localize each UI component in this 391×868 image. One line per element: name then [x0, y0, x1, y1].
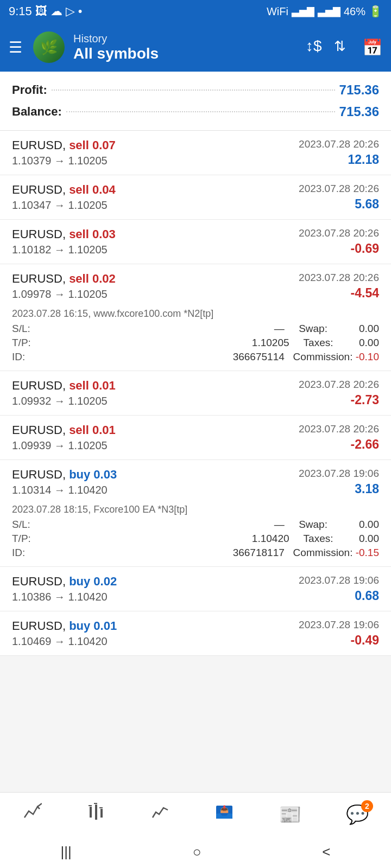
menu-icon[interactable]: ☰ — [9, 39, 22, 56]
nav-analytics[interactable] — [144, 798, 176, 831]
trade-profit-t7: 3.18 — [299, 482, 379, 496]
trade-profit-t1: 12.18 — [299, 152, 379, 167]
tp-value: 1.10420 Taxes: 0.00 — [195, 533, 379, 545]
trade-main-t1: EURUSD, sell 0.07 1.10379 → 1.10205 2023… — [12, 138, 379, 167]
svg-rect-3 — [95, 805, 97, 820]
trade-main-t6: EURUSD, sell 0.01 1.09939 → 1.10205 2023… — [12, 423, 379, 452]
svg-text:📥: 📥 — [220, 805, 229, 814]
trade-main-t5: EURUSD, sell 0.01 1.09932 → 1.10205 2023… — [12, 379, 379, 407]
analytics-icon — [150, 802, 170, 826]
svg-text:↕$: ↕$ — [306, 37, 322, 54]
trade-detail-grid-t4: S/L: — Swap: 0.00 T/P: 1.10205 Taxes: 0.… — [12, 323, 379, 363]
summary-section: Profit: 715.36 Balance: 715.36 — [0, 72, 391, 131]
profit-value: 715.36 — [339, 82, 379, 98]
trade-profit-t2: 5.68 — [299, 197, 379, 212]
id-value: 366718117 Commission: -0.15 — [195, 547, 379, 559]
header-actions: ↕$ ⇅ 📅 — [306, 37, 382, 58]
trade-date-t4: 2023.07.28 20:26 — [299, 272, 379, 284]
trade-symbol-t2: EURUSD, sell 0.04 — [12, 183, 116, 197]
trade-item-t5[interactable]: EURUSD, sell 0.01 1.09932 → 1.10205 2023… — [0, 371, 391, 416]
sl-value: — Swap: 0.00 — [195, 323, 379, 335]
back-button[interactable]: < — [322, 844, 330, 860]
trade-item-t3[interactable]: EURUSD, sell 0.03 1.10182 → 1.10205 2023… — [0, 220, 391, 264]
trade-item-t4[interactable]: EURUSD, sell 0.02 1.09978 → 1.10205 2023… — [0, 264, 391, 371]
balance-value: 715.36 — [339, 104, 379, 119]
trade-date-t6: 2023.07.28 20:26 — [299, 423, 379, 435]
trade-price-t9: 1.10469 → 1.10420 — [12, 635, 117, 648]
trade-profit-t6: -2.66 — [299, 437, 379, 452]
trade-action-t4: sell 0.02 — [69, 272, 116, 285]
signal2-icon: ▃▅▇ — [318, 5, 340, 17]
nav-chart[interactable] — [16, 798, 48, 831]
sort-icon[interactable]: ⇅ — [334, 37, 351, 58]
inbox-icon: 📥 — [215, 802, 234, 826]
nav-inbox[interactable]: 📥 — [208, 798, 241, 831]
status-indicators: WiFi ▃▅▇ ▃▅▇ 46% 🔋 — [267, 5, 382, 18]
balance-dots — [66, 111, 335, 112]
play-icon: ▷ — [66, 4, 75, 18]
profit-label: Profit: — [12, 83, 47, 97]
profit-dots — [52, 90, 335, 91]
svg-text:⇅: ⇅ — [334, 38, 346, 54]
trade-profit-t3: -0.69 — [299, 241, 379, 256]
avatar-emoji: 🌿 — [40, 39, 58, 56]
svg-rect-4 — [100, 809, 103, 818]
trade-profit-t9: -0.49 — [299, 633, 379, 648]
trade-date-t2: 2023.07.28 20:26 — [299, 183, 379, 195]
cloud-icon: ☁ — [51, 4, 62, 18]
svg-rect-2 — [90, 807, 92, 818]
id-value: 366675114 Commission: -0.10 — [195, 351, 379, 363]
chart-icon — [22, 802, 42, 826]
nav-chat[interactable]: 💬 2 — [339, 799, 375, 829]
nav-trading[interactable] — [80, 798, 112, 831]
trade-details-t4: 2023.07.28 16:15, www.fxcore100.com *N2[… — [12, 305, 379, 363]
id-label: ID: — [12, 351, 195, 363]
wifi-icon: WiFi — [267, 5, 288, 18]
trade-date-t7: 2023.07.28 19:06 — [299, 468, 379, 480]
trade-date-t9: 2023.07.28 19:06 — [299, 619, 379, 631]
trade-price-t2: 1.10347 → 1.10205 — [12, 199, 116, 212]
trade-symbol-t6: EURUSD, sell 0.01 — [12, 423, 116, 437]
trade-item-t1[interactable]: EURUSD, sell 0.07 1.10379 → 1.10205 2023… — [0, 131, 391, 175]
status-time: 9:15 🖼 ☁ ▷ • — [9, 4, 83, 18]
tp-label: T/P: — [12, 533, 195, 545]
trade-item-t9[interactable]: EURUSD, buy 0.01 1.10469 → 1.10420 2023.… — [0, 611, 391, 656]
trade-profit-t5: -2.73 — [299, 393, 379, 407]
trade-date-t1: 2023.07.28 20:26 — [299, 138, 379, 150]
trade-symbol-t8: EURUSD, buy 0.02 — [12, 575, 117, 589]
trade-price-t7: 1.10314 → 1.10420 — [12, 484, 117, 496]
trade-details-t7: 2023.07.28 18:15, Fxcore100 EA *N3[tp] S… — [12, 501, 379, 559]
trade-main-t7: EURUSD, buy 0.03 1.10314 → 1.10420 2023.… — [12, 468, 379, 496]
trade-detail-grid-t7: S/L: — Swap: 0.00 T/P: 1.10420 Taxes: 0.… — [12, 519, 379, 559]
header-title-block: History All symbols — [73, 33, 297, 62]
trade-profit-t4: -4.54 — [299, 286, 379, 301]
trade-action-t3: sell 0.03 — [69, 227, 116, 241]
sl-value: — Swap: 0.00 — [195, 519, 379, 531]
system-nav: ||| ○ < — [0, 835, 391, 868]
trade-price-t4: 1.09978 → 1.10205 — [12, 288, 116, 301]
sl-label: S/L: — [12, 519, 195, 531]
trade-main-t9: EURUSD, buy 0.01 1.10469 → 1.10420 2023.… — [12, 619, 379, 648]
battery-icon: 🔋 — [369, 5, 382, 18]
trade-symbol-t9: EURUSD, buy 0.01 — [12, 619, 117, 633]
trade-item-t2[interactable]: EURUSD, sell 0.04 1.10347 → 1.10205 2023… — [0, 175, 391, 220]
sl-label: S/L: — [12, 323, 195, 335]
trade-date-t3: 2023.07.28 20:26 — [299, 227, 379, 239]
trade-action-t1: sell 0.07 — [69, 138, 116, 152]
recent-apps-button[interactable]: ||| — [60, 844, 71, 860]
trade-item-t7[interactable]: EURUSD, buy 0.03 1.10314 → 1.10420 2023.… — [0, 460, 391, 567]
currency-filter-icon[interactable]: ↕$ — [306, 37, 323, 58]
id-label: ID: — [12, 547, 195, 559]
trade-symbol-t3: EURUSD, sell 0.03 — [12, 227, 116, 241]
trade-date-t8: 2023.07.28 19:06 — [299, 575, 379, 586]
trade-item-t6[interactable]: EURUSD, sell 0.01 1.09939 → 1.10205 2023… — [0, 416, 391, 460]
trade-price-t1: 1.10379 → 1.10205 — [12, 155, 116, 167]
trade-action-t2: sell 0.04 — [69, 183, 116, 196]
trade-action-t9: buy 0.01 — [69, 619, 117, 633]
balance-row: Balance: 715.36 — [12, 101, 379, 123]
nav-news[interactable]: 📰 — [272, 799, 308, 829]
trade-item-t8[interactable]: EURUSD, buy 0.02 1.10386 → 1.10420 2023.… — [0, 567, 391, 611]
home-button[interactable]: ○ — [193, 844, 201, 860]
chat-badge: 2 — [361, 800, 373, 812]
calendar-icon[interactable]: 📅 — [362, 38, 382, 57]
